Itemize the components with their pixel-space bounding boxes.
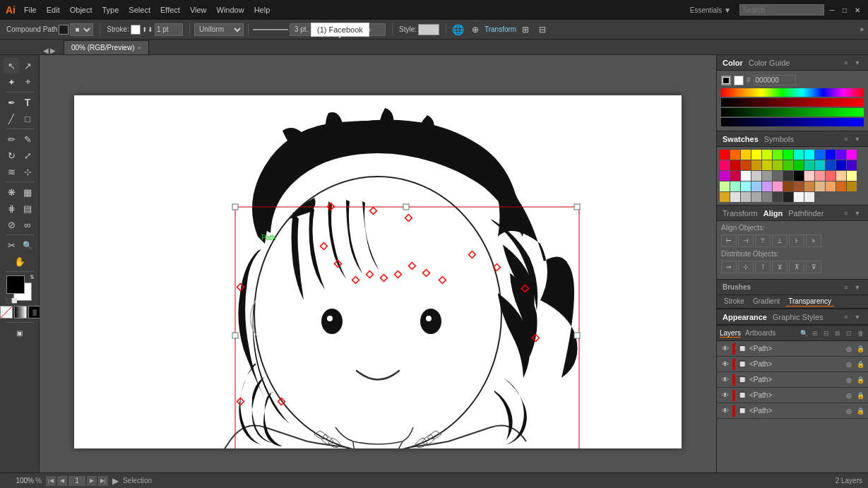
swatches-panel-collapse-btn[interactable]: ▼ [852, 134, 862, 144]
dist-center-v-btn[interactable]: ⊼ [789, 261, 804, 273]
color-swatch[interactable] [836, 171, 846, 181]
nav-last-btn[interactable]: ▶| [98, 476, 108, 486]
color-swatch[interactable] [762, 171, 772, 181]
panel-toggle-btn[interactable]: » [860, 25, 864, 33]
symbol-tool-btn[interactable]: ❋ [4, 184, 19, 200]
select-tool-btn[interactable]: ↖ [4, 58, 19, 73]
globe-icon[interactable]: 🌐 [451, 22, 466, 37]
graph-tool-btn[interactable]: ▦ [20, 184, 35, 200]
layers-option2-icon[interactable]: ⊠ [833, 328, 843, 338]
stroke-type-select[interactable]: Uniform [194, 23, 244, 36]
document-tab[interactable]: 00% (RGB/Preview) × [64, 40, 149, 54]
color-swatch[interactable] [847, 171, 857, 181]
align-icon[interactable]: ⊟ [535, 22, 550, 37]
layer-4-target-btn[interactable]: ◎ [844, 391, 854, 400]
color-swatch[interactable] [794, 150, 804, 160]
color-swatch[interactable] [794, 171, 804, 181]
pencil-tool-btn[interactable]: ✎ [20, 131, 35, 147]
style-preview[interactable] [418, 24, 439, 35]
swap-colors-btn[interactable]: ⇅ [30, 274, 35, 280]
color-swatch[interactable] [762, 181, 772, 191]
color-swatch[interactable] [815, 171, 825, 181]
layers-tab-btn[interactable]: Layers [720, 329, 741, 338]
layer-2-visibility-btn[interactable]: 👁 [720, 359, 731, 370]
layer-5-target-btn[interactable]: ◎ [844, 406, 854, 416]
nav-next-btn[interactable]: ▶ [87, 476, 97, 486]
arrange-icon[interactable]: ⊞ [518, 22, 533, 37]
layer-2-target-btn[interactable]: ◎ [844, 359, 854, 369]
layers-sort-icon[interactable]: ⊞ [810, 328, 820, 338]
type-tool-btn[interactable]: T [20, 95, 35, 110]
green-slider[interactable] [721, 108, 864, 117]
color-swatch[interactable] [730, 160, 740, 170]
color-swatch[interactable] [826, 171, 836, 181]
appearance-tab[interactable]: Appearance [723, 313, 767, 321]
color-swatch[interactable] [804, 171, 814, 181]
color-tab[interactable]: Color [723, 59, 743, 67]
mesh-tool-btn[interactable]: ⋕ [4, 201, 19, 216]
color-swatch[interactable] [730, 181, 740, 191]
pathfinder-tab[interactable]: Pathfinder [788, 209, 824, 218]
layers-option1-icon[interactable]: ⊟ [821, 328, 831, 338]
color-swatch[interactable] [730, 150, 740, 160]
layer-5-visibility-btn[interactable]: 👁 [720, 405, 731, 417]
color-swatch[interactable] [762, 192, 772, 202]
dist-center-h-btn[interactable]: ⊹ [738, 261, 754, 273]
menu-effect[interactable]: Effect [156, 4, 184, 16]
layer-3-lock-btn[interactable]: 🔒 [855, 375, 865, 385]
color-swatch[interactable] [783, 171, 793, 181]
line-tool-btn[interactable]: ╱ [4, 111, 19, 126]
swatches-tab[interactable]: Swatches [723, 135, 759, 143]
color-swatch[interactable] [804, 150, 814, 160]
paintbrush-tool-btn[interactable]: ✏ [4, 131, 19, 147]
dist-right-btn[interactable]: ⊺ [755, 261, 771, 273]
layer-4-visibility-btn[interactable]: 👁 [720, 390, 731, 401]
menu-window[interactable]: Window [213, 4, 249, 16]
color-swatch[interactable] [751, 192, 761, 202]
artboard-counter-input[interactable] [69, 476, 85, 486]
rotate-tool-btn[interactable]: ↻ [4, 148, 19, 163]
color-swatch[interactable] [773, 160, 783, 170]
color-swatch[interactable] [741, 171, 751, 181]
color-swatch[interactable] [741, 181, 751, 191]
color-swatch[interactable] [762, 150, 772, 160]
path-type-dropdown[interactable]: ■ [70, 23, 93, 36]
stroke-color-swatch[interactable] [131, 25, 141, 35]
path-color-swatch[interactable] [59, 25, 69, 35]
color-swatch[interactable] [826, 150, 836, 160]
color-swatch[interactable] [741, 192, 751, 202]
appearance-panel-menu-btn[interactable]: ≡ [841, 312, 851, 322]
rect-tool-btn[interactable]: □ [20, 111, 35, 126]
hand-tool-btn[interactable]: ✋ [12, 254, 28, 269]
zoom-percent-input[interactable] [6, 477, 34, 484]
color-swatch[interactable] [794, 160, 804, 170]
maximize-button[interactable]: □ [840, 5, 850, 15]
align-panel-collapse-btn[interactable]: ▼ [852, 208, 862, 218]
default-colors-btn[interactable]: ⬛⬜ [5, 298, 18, 304]
none-fill-btn[interactable] [0, 306, 13, 319]
artwork-canvas[interactable]: Path [74, 95, 682, 448]
nav-prev-btn[interactable]: ◀ [57, 476, 67, 486]
color-swatch[interactable] [773, 181, 783, 191]
free-transform-tool-btn[interactable]: ⊹ [20, 164, 35, 179]
transparency-tab-btn[interactable]: Transparency [785, 297, 834, 307]
symbols-tab[interactable]: Symbols [764, 135, 794, 143]
foreground-color-box[interactable] [6, 275, 25, 294]
graphic-styles-tab[interactable]: Graphic Styles [773, 313, 824, 321]
menu-object[interactable]: Object [66, 4, 97, 16]
layer-2-lock-btn[interactable]: 🔒 [855, 359, 865, 369]
fill-icon[interactable] [721, 76, 731, 85]
appearance-panel-collapse-btn[interactable]: ▼ [852, 312, 862, 322]
magic-wand-tool-btn[interactable]: ✦ [4, 74, 19, 90]
layer-5-name[interactable]: <Path> [749, 407, 843, 415]
stroke-tab-btn[interactable]: Stroke [721, 297, 747, 307]
color-swatch[interactable] [741, 160, 751, 170]
color-swatch[interactable] [773, 150, 783, 160]
menu-view[interactable]: View [186, 4, 211, 16]
color-swatch[interactable] [804, 192, 814, 202]
grad-btn[interactable] [14, 306, 27, 319]
color-swatch[interactable] [730, 171, 740, 181]
dist-bottom-btn[interactable]: ⊽ [806, 261, 821, 273]
color-swatch[interactable] [826, 160, 836, 170]
direct-select-tool-btn[interactable]: ↗ [20, 58, 35, 73]
